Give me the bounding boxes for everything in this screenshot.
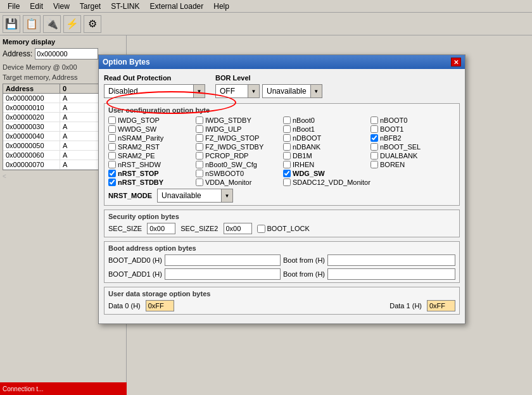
nrst-value: Unavailable xyxy=(158,191,221,201)
cb-ndboot: nDBOOT xyxy=(283,134,368,142)
toolbar-flash-btn[interactable]: ⚡ xyxy=(63,15,81,33)
data0-label: Data 0 (H) xyxy=(108,302,141,310)
bor-level-group: BOR Level OFF ▼ Unavailable ▼ xyxy=(215,74,322,98)
cell-addr-2: 0x00000020 xyxy=(3,113,60,122)
dialog-body: Read Out Protection Disabled ▼ BOR Level… xyxy=(99,69,465,323)
dialog-title: Option Bytes xyxy=(103,58,150,66)
security-section: Security option bytes SEC_SIZE SEC_SIZE2… xyxy=(104,210,460,237)
boot-lock-check: BOOT_LOCK xyxy=(257,225,310,233)
cell-addr-5: 0x00000050 xyxy=(3,141,60,150)
boot-from1-label: Boot from (H) xyxy=(283,270,325,278)
cb-sdadc12: SDADC12_VDD_Monitor xyxy=(283,179,455,186)
cb-iwdg-ulp: IWDG_ULP xyxy=(196,125,281,133)
security-title: Security option bytes xyxy=(108,213,455,220)
toolbar-connect-btn[interactable]: 🔌 xyxy=(43,15,61,33)
sec-size-input[interactable] xyxy=(147,223,175,234)
cb-nboot0: nBoot0 xyxy=(283,116,368,124)
sec-size2-input[interactable] xyxy=(224,223,252,234)
bor-value2-dropdown[interactable]: Unavailable ▼ xyxy=(262,84,322,98)
cb-sram2-rst: SRAM2_RST xyxy=(108,143,193,151)
boot-address-title: Boot address option bytes xyxy=(108,244,455,252)
option-bytes-dialog: Option Bytes ✕ Read Out Protection Disab… xyxy=(98,54,466,324)
cb-nboot-sel: nBOOT_SEL xyxy=(370,143,455,151)
dialog-titlebar: Option Bytes ✕ xyxy=(99,55,465,69)
memory-display-label: Memory display xyxy=(3,38,124,46)
rop-label: Read Out Protection xyxy=(104,74,205,82)
menu-external-loader[interactable]: External Loader xyxy=(145,1,209,12)
top-options-row: Read Out Protection Disabled ▼ BOR Level… xyxy=(104,74,460,98)
nrst-label: NRST_MODE xyxy=(108,192,152,199)
cell-addr-0: 0x00000000 xyxy=(3,94,60,103)
address-input[interactable] xyxy=(35,48,98,60)
toolbar-settings-btn[interactable]: ⚙ xyxy=(84,15,101,33)
menu-file[interactable]: File xyxy=(3,1,25,12)
cb-fz-iwdg-stdby: FZ_IWDG_STDBY xyxy=(196,143,281,151)
cb-boren: BOREN xyxy=(370,161,455,168)
bor-v1: OFF xyxy=(216,86,248,96)
boot-address-section: Boot address option bytes BOOT_ADD0 (H) … xyxy=(104,241,460,283)
cb-nbfb2: nBFB2 xyxy=(370,134,455,142)
cell-addr-3: 0x00000030 xyxy=(3,122,60,131)
cb-nBOOT0: nBOOT0 xyxy=(370,116,455,124)
security-row: SEC_SIZE SEC_SIZE2 BOOT_LOCK xyxy=(108,223,455,234)
cb-nboot0-sw-cfg: nBoot0_SW_Cfg xyxy=(196,161,281,168)
boot-from0-label: Boot from (H) xyxy=(283,256,325,264)
boot-from0-row: Boot from (H) xyxy=(283,254,455,266)
rop-value: Disabled xyxy=(104,86,193,96)
boot-add0-label: BOOT_ADD0 (H) xyxy=(108,256,162,264)
bor-value1-dropdown[interactable]: OFF ▼ xyxy=(215,84,260,98)
dialog-close-button[interactable]: ✕ xyxy=(451,58,461,66)
bor-arrow1-icon: ▼ xyxy=(248,85,259,97)
bor-v2: Unavailable xyxy=(263,86,310,96)
user-config-title: User configuration option byte xyxy=(108,106,455,114)
menu-view[interactable]: View xyxy=(48,1,75,12)
sec-size-label: SEC_SIZE xyxy=(108,225,142,232)
address-label: Address: xyxy=(3,49,32,58)
toolbar-save-btn[interactable]: 💾 xyxy=(3,15,20,33)
boot-add1-label: BOOT_ADD1 (H) xyxy=(108,270,162,278)
user-config-section: User configuration option byte IWDG_STOP… xyxy=(104,103,460,206)
rop-arrow-icon: ▼ xyxy=(193,85,205,97)
cb-ndbank: nDBANK xyxy=(283,143,368,151)
cb-sram2-pe: SRAM2_PE xyxy=(108,152,193,160)
data1-input[interactable] xyxy=(427,300,455,311)
boot-from1-row: Boot from (H) xyxy=(283,268,455,280)
cb-nrst-stop: nRST_STOP xyxy=(108,170,193,177)
cb-dualbank: DUALBANK xyxy=(370,152,455,160)
bor-arrow2-icon: ▼ xyxy=(310,85,322,97)
boot-lock-checkbox[interactable] xyxy=(257,225,265,233)
nrst-dropdown[interactable]: Unavailable ▼ xyxy=(157,189,233,203)
toolbar-print-btn[interactable]: 📋 xyxy=(23,15,41,33)
boot-add1-input[interactable] xyxy=(165,268,281,280)
cb-iwdg-stdby: IWDG_STDBY xyxy=(196,116,281,124)
rop-dropdown[interactable]: Disabled ▼ xyxy=(104,84,205,98)
cb-db1m: DB1M xyxy=(283,152,368,160)
cell-addr-6: 0x00000060 xyxy=(3,151,60,160)
menu-help[interactable]: Help xyxy=(208,1,234,12)
boot-add1-row: BOOT_ADD1 (H) xyxy=(108,268,281,280)
cb-nsram-parity: nSRAM_Parity xyxy=(108,134,193,142)
cell-addr-7: 0x00000070 xyxy=(3,160,60,169)
cell-addr-4: 0x00000040 xyxy=(3,132,60,141)
boot-lock-label: BOOT_LOCK xyxy=(267,225,310,232)
read-out-protection-group: Read Out Protection Disabled ▼ xyxy=(104,74,205,98)
cb-wdg-sw: WDG_SW xyxy=(283,170,455,177)
menu-stlink[interactable]: ST-LINK xyxy=(106,1,144,12)
boot-from0-input[interactable] xyxy=(327,254,455,266)
boot-add0-input[interactable] xyxy=(165,254,281,266)
header-address: Address xyxy=(3,84,60,93)
boot-from1-input[interactable] xyxy=(327,268,455,280)
user-data-title: User data storage option bytes xyxy=(108,290,455,298)
checkbox-grid: IWDG_STOP IWDG_STDBY nBoot0 nBOOT0 WWDG_… xyxy=(108,116,455,186)
cb-pcrop-rdp: PCROP_RDP xyxy=(196,152,281,160)
user-data-section: User data storage option bytes Data 0 (H… xyxy=(104,287,460,315)
data0-input[interactable] xyxy=(146,300,174,311)
cb-wwdg-sw: WWDG_SW xyxy=(108,125,193,133)
menu-edit[interactable]: Edit xyxy=(25,1,48,12)
menu-target[interactable]: Target xyxy=(75,1,106,12)
cb-nswboot0: nSWBOOT0 xyxy=(196,170,281,177)
data1-label: Data 1 (H) xyxy=(390,302,422,310)
cb-vdda-monitor: VDDA_Monitor xyxy=(196,179,281,186)
bor-label: BOR Level xyxy=(215,74,322,82)
status-bar: Connection t... xyxy=(0,382,127,395)
